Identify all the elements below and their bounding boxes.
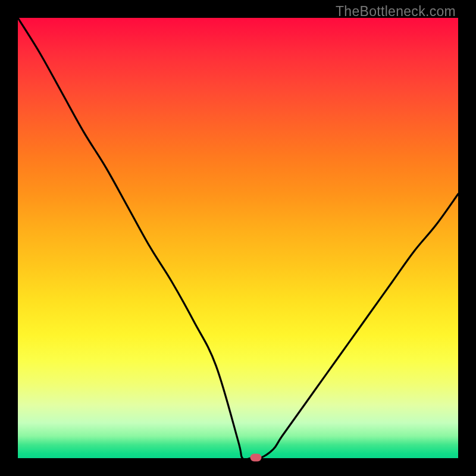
plot-area: [18, 18, 458, 458]
watermark-text: TheBottleneck.com: [336, 4, 456, 20]
chart-container: TheBottleneck.com: [0, 0, 476, 476]
bottleneck-curve: [18, 18, 458, 458]
minimum-marker: [250, 454, 261, 462]
